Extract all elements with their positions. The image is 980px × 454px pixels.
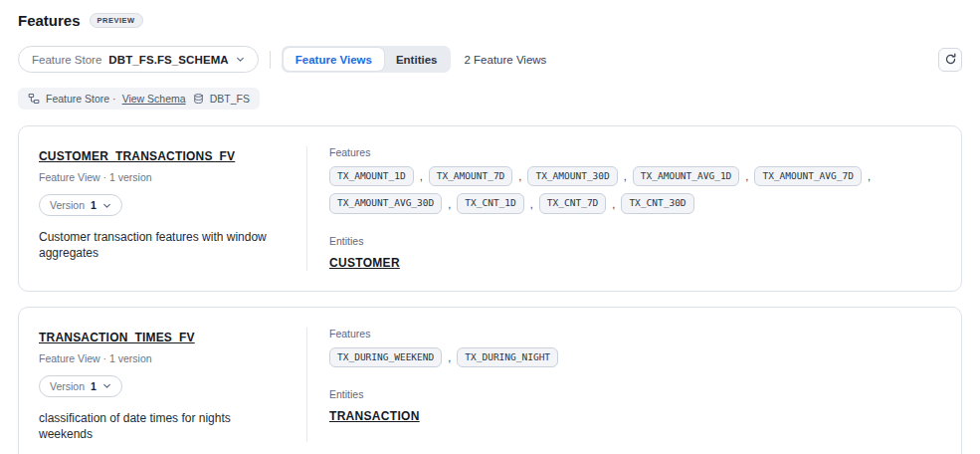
feature-chip: TX_DURING_WEEKEND: [329, 347, 442, 367]
entity-link[interactable]: CUSTOMER: [329, 256, 400, 270]
refresh-icon: [944, 53, 957, 66]
features-page: Features PREVIEW Feature Store DBT_FS.FS…: [0, 0, 980, 454]
entities-section: Entities CUSTOMER: [329, 235, 939, 271]
card-summary: TRANSACTION_TIMES_FV Feature View · 1 ve…: [19, 328, 307, 442]
page-header: Features PREVIEW: [18, 12, 962, 29]
entities-label: Entities: [329, 235, 939, 247]
view-tabs: Feature Views Entities: [282, 46, 452, 73]
feature-view-subtitle: Feature View · 1 version: [39, 171, 287, 183]
feature-chip: TX_AMOUNT_AVG_1D: [633, 166, 740, 186]
version-value: 1: [91, 380, 97, 392]
separator: ,: [745, 170, 748, 182]
feature-chip: TX_AMOUNT_1D: [329, 166, 414, 186]
feature-chip-list: TX_DURING_WEEKEND,TX_DURING_NIGHT: [329, 347, 926, 367]
feature-view-title-link[interactable]: CUSTOMER_TRANSACTIONS_FV: [39, 149, 235, 163]
feature-chip: TX_AMOUNT_AVG_30D: [329, 193, 442, 213]
page-title: Features: [18, 12, 81, 29]
chevron-down-icon: [102, 201, 111, 210]
feature-view-card: CUSTOMER_TRANSACTIONS_FV Feature View · …: [18, 125, 962, 292]
entity-link[interactable]: TRANSACTION: [329, 409, 420, 423]
view-schema-link[interactable]: View Schema: [122, 93, 186, 105]
breadcrumb-prefix: Feature Store ·: [46, 93, 116, 105]
separator: ,: [518, 170, 521, 182]
toolbar-divider: [270, 51, 271, 69]
separator: ,: [612, 198, 615, 210]
feature-chip: TX_AMOUNT_7D: [429, 166, 513, 186]
entities-label: Entities: [329, 388, 939, 400]
version-label: Version: [50, 380, 85, 392]
feature-store-value: DBT_FS.FS_SCHEMA: [108, 54, 228, 66]
separator: ,: [420, 170, 423, 182]
feature-chip: TX_CNT_30D: [621, 193, 693, 213]
feature-chip: TX_AMOUNT_AVG_7D: [754, 166, 862, 186]
toolbar: Feature Store DBT_FS.FS_SCHEMA Feature V…: [18, 46, 962, 73]
tab-feature-views[interactable]: Feature Views: [284, 48, 384, 71]
breadcrumb: Feature Store · View Schema DBT_FS: [18, 88, 260, 110]
version-selector[interactable]: Version 1: [39, 375, 122, 397]
refresh-button[interactable]: [938, 48, 962, 72]
card-details: Features TX_DURING_WEEKEND,TX_DURING_NIG…: [307, 328, 961, 442]
separator: ,: [868, 170, 871, 182]
feature-views-count: 2 Feature Views: [464, 54, 546, 66]
version-selector[interactable]: Version 1: [39, 194, 122, 216]
feature-view-description: Customer transaction features with windo…: [39, 229, 287, 261]
database-icon: [193, 93, 204, 105]
breadcrumb-row: Feature Store · View Schema DBT_FS: [18, 88, 962, 110]
feature-view-title-link[interactable]: TRANSACTION_TIMES_FV: [39, 331, 195, 344]
separator: ,: [530, 198, 533, 210]
schema-icon: [28, 93, 40, 105]
separator: ,: [624, 170, 627, 182]
feature-chip: TX_CNT_7D: [539, 193, 606, 213]
feature-store-label: Feature Store: [32, 54, 101, 66]
feature-store-selector[interactable]: Feature Store DBT_FS.FS_SCHEMA: [18, 46, 259, 73]
card-summary: CUSTOMER_TRANSACTIONS_FV Feature View · …: [19, 146, 307, 271]
preview-badge: PREVIEW: [90, 13, 143, 28]
feature-chip: TX_AMOUNT_30D: [527, 166, 617, 186]
feature-view-description: classification of date times for nights …: [39, 410, 287, 442]
entities-section: Entities TRANSACTION: [329, 388, 939, 424]
entity-list: CUSTOMER: [329, 249, 939, 271]
separator: ,: [448, 198, 451, 210]
breadcrumb-database: DBT_FS: [210, 93, 250, 105]
separator: ,: [448, 351, 451, 363]
chevron-down-icon: [102, 381, 111, 390]
version-value: 1: [91, 199, 97, 211]
chevron-down-icon: [236, 55, 245, 64]
features-label: Features: [329, 146, 939, 158]
feature-view-subtitle: Feature View · 1 version: [39, 352, 287, 364]
feature-chip: TX_CNT_1D: [457, 193, 523, 213]
feature-view-list: CUSTOMER_TRANSACTIONS_FV Feature View · …: [18, 125, 962, 454]
card-details: Features TX_AMOUNT_1D,TX_AMOUNT_7D,TX_AM…: [307, 146, 961, 271]
features-label: Features: [329, 328, 939, 340]
version-label: Version: [50, 199, 85, 211]
feature-chip: TX_DURING_NIGHT: [457, 347, 558, 367]
feature-view-card: TRANSACTION_TIMES_FV Feature View · 1 ve…: [18, 307, 962, 454]
feature-chip-list: TX_AMOUNT_1D,TX_AMOUNT_7D,TX_AMOUNT_30D,…: [329, 166, 926, 214]
entity-list: TRANSACTION: [329, 402, 939, 424]
tab-entities[interactable]: Entities: [384, 48, 450, 71]
